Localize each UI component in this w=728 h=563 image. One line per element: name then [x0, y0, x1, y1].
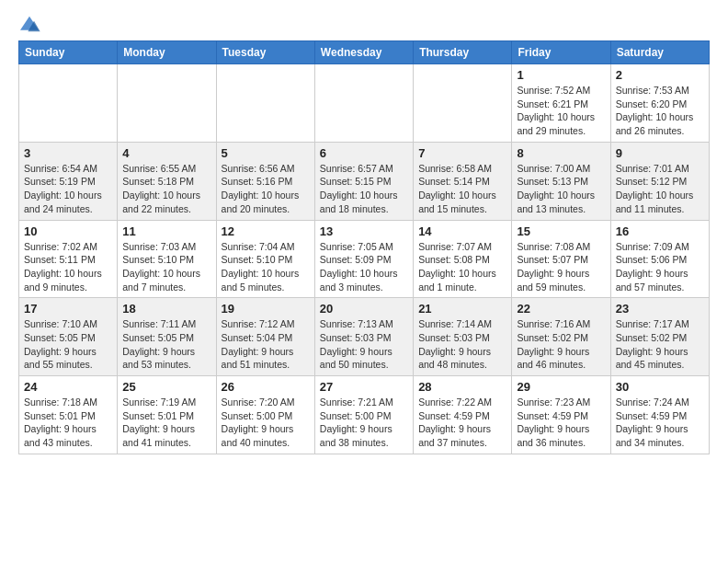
calendar-cell: 17Sunrise: 7:10 AM Sunset: 5:05 PM Dayli…: [19, 298, 118, 376]
day-info: Sunrise: 7:00 AM Sunset: 5:13 PM Dayligh…: [517, 162, 605, 216]
calendar-week-row: 24Sunrise: 7:18 AM Sunset: 5:01 PM Dayli…: [19, 376, 710, 454]
calendar-week-row: 3Sunrise: 6:54 AM Sunset: 5:19 PM Daylig…: [19, 142, 710, 220]
day-info: Sunrise: 7:01 AM Sunset: 5:12 PM Dayligh…: [616, 162, 704, 216]
day-number: 12: [222, 224, 310, 238]
day-info: Sunrise: 7:53 AM Sunset: 6:20 PM Dayligh…: [616, 84, 704, 138]
calendar-cell: 6Sunrise: 6:57 AM Sunset: 5:15 PM Daylig…: [314, 142, 413, 220]
day-number: 23: [616, 302, 704, 316]
day-info: Sunrise: 7:09 AM Sunset: 5:06 PM Dayligh…: [616, 240, 704, 294]
day-number: 8: [517, 146, 605, 160]
weekday-header-saturday: Saturday: [610, 41, 709, 64]
calendar-cell: [414, 64, 512, 143]
calendar-cell: 5Sunrise: 6:56 AM Sunset: 5:16 PM Daylig…: [216, 142, 314, 220]
calendar-cell: 1Sunrise: 7:52 AM Sunset: 6:21 PM Daylig…: [512, 64, 610, 143]
calendar-week-row: 10Sunrise: 7:02 AM Sunset: 5:11 PM Dayli…: [19, 220, 710, 298]
day-number: 3: [24, 146, 112, 160]
day-info: Sunrise: 7:10 AM Sunset: 5:05 PM Dayligh…: [24, 317, 112, 372]
weekday-header-monday: Monday: [118, 41, 216, 64]
day-info: Sunrise: 7:13 AM Sunset: 5:03 PM Dayligh…: [320, 317, 408, 372]
day-info: Sunrise: 7:19 AM Sunset: 5:01 PM Dayligh…: [122, 396, 210, 450]
calendar-cell: [118, 64, 216, 143]
calendar-cell: 20Sunrise: 7:13 AM Sunset: 5:03 PM Dayli…: [314, 298, 413, 376]
calendar-cell: 11Sunrise: 7:03 AM Sunset: 5:10 PM Dayli…: [118, 220, 216, 298]
calendar-cell: [314, 64, 413, 143]
calendar-cell: 18Sunrise: 7:11 AM Sunset: 5:05 PM Dayli…: [118, 298, 216, 376]
page-header: [18, 15, 710, 33]
calendar-cell: [19, 64, 118, 143]
calendar-week-row: 1Sunrise: 7:52 AM Sunset: 6:21 PM Daylig…: [19, 64, 710, 143]
day-info: Sunrise: 7:14 AM Sunset: 5:03 PM Dayligh…: [418, 317, 506, 372]
day-info: Sunrise: 7:21 AM Sunset: 5:00 PM Dayligh…: [320, 396, 408, 450]
day-number: 20: [320, 302, 408, 316]
day-number: 19: [222, 302, 310, 316]
calendar-cell: 8Sunrise: 7:00 AM Sunset: 5:13 PM Daylig…: [512, 142, 610, 220]
day-info: Sunrise: 7:16 AM Sunset: 5:02 PM Dayligh…: [517, 317, 605, 372]
calendar-cell: 13Sunrise: 7:05 AM Sunset: 5:09 PM Dayli…: [314, 220, 413, 298]
calendar-cell: 4Sunrise: 6:55 AM Sunset: 5:18 PM Daylig…: [118, 142, 216, 220]
calendar-cell: 19Sunrise: 7:12 AM Sunset: 5:04 PM Dayli…: [216, 298, 314, 376]
day-info: Sunrise: 7:24 AM Sunset: 4:59 PM Dayligh…: [616, 396, 704, 450]
calendar-cell: 9Sunrise: 7:01 AM Sunset: 5:12 PM Daylig…: [610, 142, 709, 220]
day-number: 7: [418, 146, 506, 160]
day-info: Sunrise: 7:23 AM Sunset: 4:59 PM Dayligh…: [517, 396, 605, 450]
day-number: 9: [616, 146, 704, 160]
calendar-cell: 22Sunrise: 7:16 AM Sunset: 5:02 PM Dayli…: [512, 298, 610, 376]
calendar-cell: 2Sunrise: 7:53 AM Sunset: 6:20 PM Daylig…: [610, 64, 709, 143]
day-number: 25: [122, 380, 210, 394]
day-number: 21: [418, 302, 506, 316]
calendar-cell: 26Sunrise: 7:20 AM Sunset: 5:00 PM Dayli…: [216, 376, 314, 454]
day-info: Sunrise: 7:05 AM Sunset: 5:09 PM Dayligh…: [320, 240, 408, 294]
day-info: Sunrise: 6:54 AM Sunset: 5:19 PM Dayligh…: [24, 162, 112, 216]
weekday-header-friday: Friday: [512, 41, 610, 64]
day-number: 13: [320, 224, 408, 238]
calendar-cell: 27Sunrise: 7:21 AM Sunset: 5:00 PM Dayli…: [314, 376, 413, 454]
day-info: Sunrise: 7:08 AM Sunset: 5:07 PM Dayligh…: [517, 240, 605, 294]
calendar-cell: 16Sunrise: 7:09 AM Sunset: 5:06 PM Dayli…: [610, 220, 709, 298]
calendar-cell: [216, 64, 314, 143]
calendar-cell: 21Sunrise: 7:14 AM Sunset: 5:03 PM Dayli…: [414, 298, 512, 376]
day-info: Sunrise: 7:12 AM Sunset: 5:04 PM Dayligh…: [222, 317, 310, 372]
day-number: 1: [517, 68, 605, 82]
day-number: 18: [122, 302, 210, 316]
day-info: Sunrise: 7:04 AM Sunset: 5:10 PM Dayligh…: [222, 240, 310, 294]
day-info: Sunrise: 7:11 AM Sunset: 5:05 PM Dayligh…: [122, 317, 210, 372]
day-number: 27: [320, 380, 408, 394]
day-number: 4: [122, 146, 210, 160]
day-info: Sunrise: 7:18 AM Sunset: 5:01 PM Dayligh…: [24, 396, 112, 450]
day-info: Sunrise: 7:03 AM Sunset: 5:10 PM Dayligh…: [122, 240, 210, 294]
calendar-cell: 29Sunrise: 7:23 AM Sunset: 4:59 PM Dayli…: [512, 376, 610, 454]
day-number: 28: [418, 380, 506, 394]
calendar-cell: 7Sunrise: 6:58 AM Sunset: 5:14 PM Daylig…: [414, 142, 512, 220]
day-number: 2: [616, 68, 704, 82]
weekday-header-sunday: Sunday: [19, 41, 118, 64]
day-info: Sunrise: 7:22 AM Sunset: 4:59 PM Dayligh…: [418, 396, 506, 450]
day-info: Sunrise: 7:17 AM Sunset: 5:02 PM Dayligh…: [616, 317, 704, 372]
day-info: Sunrise: 6:56 AM Sunset: 5:16 PM Dayligh…: [222, 162, 310, 216]
calendar-cell: 14Sunrise: 7:07 AM Sunset: 5:08 PM Dayli…: [414, 220, 512, 298]
calendar-cell: 30Sunrise: 7:24 AM Sunset: 4:59 PM Dayli…: [610, 376, 709, 454]
day-info: Sunrise: 6:57 AM Sunset: 5:15 PM Dayligh…: [320, 162, 408, 216]
calendar-cell: 28Sunrise: 7:22 AM Sunset: 4:59 PM Dayli…: [414, 376, 512, 454]
calendar-table: SundayMondayTuesdayWednesdayThursdayFrid…: [18, 40, 710, 454]
day-number: 10: [24, 224, 112, 238]
day-info: Sunrise: 6:58 AM Sunset: 5:14 PM Dayligh…: [418, 162, 506, 216]
calendar-cell: 10Sunrise: 7:02 AM Sunset: 5:11 PM Dayli…: [19, 220, 118, 298]
weekday-header-thursday: Thursday: [414, 41, 512, 64]
day-number: 6: [320, 146, 408, 160]
day-number: 11: [122, 224, 210, 238]
day-number: 15: [517, 224, 605, 238]
calendar-week-row: 17Sunrise: 7:10 AM Sunset: 5:05 PM Dayli…: [19, 298, 710, 376]
day-number: 26: [222, 380, 310, 394]
weekday-header-wednesday: Wednesday: [314, 41, 413, 64]
day-number: 24: [24, 380, 112, 394]
day-number: 30: [616, 380, 704, 394]
day-info: Sunrise: 7:02 AM Sunset: 5:11 PM Dayligh…: [24, 240, 112, 294]
day-info: Sunrise: 7:20 AM Sunset: 5:00 PM Dayligh…: [222, 396, 310, 450]
day-info: Sunrise: 7:07 AM Sunset: 5:08 PM Dayligh…: [418, 240, 506, 294]
day-number: 16: [616, 224, 704, 238]
day-info: Sunrise: 7:52 AM Sunset: 6:21 PM Dayligh…: [517, 84, 605, 138]
logo-icon: [18, 15, 40, 33]
calendar-cell: 3Sunrise: 6:54 AM Sunset: 5:19 PM Daylig…: [19, 142, 118, 220]
weekday-header-row: SundayMondayTuesdayWednesdayThursdayFrid…: [19, 41, 710, 64]
day-number: 5: [222, 146, 310, 160]
